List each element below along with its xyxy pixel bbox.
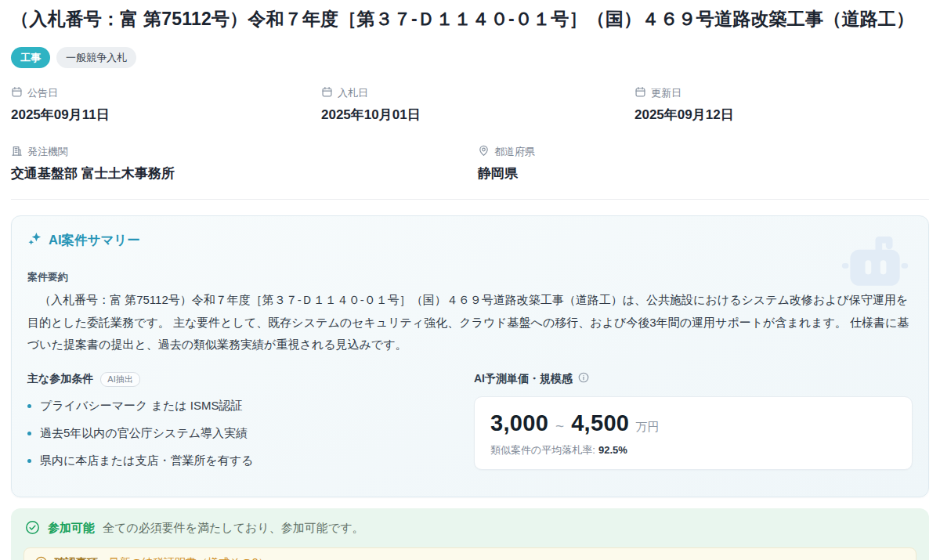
meta-field-prefecture: 都道府県 静岡県 — [478, 145, 929, 182]
note-label: 確認事項: — [54, 556, 102, 560]
estimate-label: AI予測単価・規模感 — [474, 372, 573, 386]
note-text: 最新の納税証明書（様式その3） — [109, 556, 269, 560]
bid-detail-page: （入札番号：富 第75112号）令和７年度［第３７-Ｄ１１４０-０１号］（国）４… — [0, 0, 940, 560]
info-icon — [35, 556, 47, 560]
meta-field-bid-date: 入札日 2025年10月01日 — [321, 86, 634, 124]
meta-row-org: 発注機関 交通基盤部 富士土木事務所 都道府県 静岡県 — [11, 145, 929, 182]
meta-label: 更新日 — [651, 86, 682, 100]
ai-summary-card: AI案件サマリー 案件要約 （入札番号：富 第75112号）令和７年度［第３７-… — [11, 215, 929, 497]
calendar-icon — [11, 86, 23, 100]
info-icon[interactable] — [578, 372, 589, 386]
badge-row: 工事 一般競争入札 — [11, 47, 929, 68]
confirmation-note: 確認事項: 最新の納税証明書（様式その3） — [24, 547, 916, 560]
estimate-separator: ~ — [555, 417, 564, 435]
eligibility-banner: 参加可能 全ての必須要件を満たしており、参加可能です。 確認事項: 最新の納税証… — [11, 508, 929, 560]
meta-value: 2025年09月12日 — [634, 106, 929, 124]
estimate-max: 4,500 — [571, 410, 629, 436]
bullet-dot-icon — [27, 432, 31, 435]
building-icon — [11, 145, 23, 159]
ai-summary-header: AI案件サマリー — [27, 231, 913, 249]
meta-field-announce-date: 公告日 2025年09月11日 — [11, 86, 321, 124]
summary-paragraph: （入札番号：富 第75112号）令和７年度［第３７-Ｄ１１４０-０１号］（国）４… — [27, 289, 913, 356]
win-rate-value: 92.5% — [598, 444, 627, 456]
page-title: （入札番号：富 第75112号）令和７年度［第３７-Ｄ１１４０-０１号］（国）４… — [11, 7, 929, 31]
section-divider — [11, 199, 929, 200]
ai-summary-title: AI案件サマリー — [49, 232, 140, 249]
location-pin-icon — [478, 145, 490, 159]
estimate-box: 3,000 ~ 4,500 万円 類似案件の平均落札率:92.5% — [474, 396, 913, 470]
robot-icon — [837, 227, 913, 302]
meta-value: 静岡県 — [478, 164, 929, 182]
conditions-label: 主な参加条件 — [27, 372, 93, 386]
bullet-dot-icon — [27, 459, 31, 463]
meta-label: 都道府県 — [494, 145, 535, 159]
participation-conditions: 主な参加条件 AI抽出 プライバシーマーク または ISMS認証 過去5年以内の… — [27, 372, 474, 481]
estimate-min: 3,000 — [490, 410, 548, 436]
meta-label: 公告日 — [27, 86, 58, 100]
check-circle-icon — [25, 520, 40, 537]
ai-extracted-badge: AI抽出 — [100, 372, 139, 387]
meta-value: 交通基盤部 富士土木事務所 — [11, 164, 478, 182]
estimate-unit: 万円 — [635, 420, 659, 435]
meta-field-agency: 発注機関 交通基盤部 富士土木事務所 — [11, 145, 478, 182]
calendar-icon — [634, 86, 646, 100]
meta-value: 2025年09月11日 — [11, 106, 321, 124]
meta-field-update-date: 更新日 2025年09月12日 — [634, 86, 929, 124]
eligibility-status-row: 参加可能 全ての必須要件を満たしており、参加可能です。 — [24, 520, 916, 537]
list-item: 県内に本店または支店・営業所を有する — [27, 453, 455, 468]
status-badge: 参加可能 — [48, 521, 95, 536]
ai-detail-columns: 主な参加条件 AI抽出 プライバシーマーク または ISMS認証 過去5年以内の… — [27, 372, 913, 481]
category-badge: 工事 — [11, 47, 50, 68]
sparkles-icon — [27, 231, 42, 249]
list-item: 過去5年以内の官公庁システム導入実績 — [27, 426, 455, 441]
summary-section-label: 案件要約 — [27, 270, 913, 284]
bid-method-badge: 一般競争入札 — [56, 47, 136, 68]
meta-label: 入札日 — [338, 86, 368, 100]
conditions-list: プライバシーマーク または ISMS認証 過去5年以内の官公庁システム導入実績 … — [27, 399, 455, 468]
list-item: プライバシーマーク または ISMS認証 — [27, 399, 455, 414]
meta-label: 発注機関 — [27, 145, 68, 159]
status-message: 全ての必須要件を満たしており、参加可能です。 — [103, 521, 364, 536]
win-rate-label: 類似案件の平均落札率: — [490, 444, 595, 456]
price-estimate: AI予測単価・規模感 3,000 ~ 4,500 万円 類似案件の平均落札率:9… — [474, 372, 913, 481]
bullet-dot-icon — [27, 404, 31, 408]
meta-row-dates: 公告日 2025年09月11日 入札日 2025年10月01日 更新日 2025… — [11, 86, 929, 124]
meta-value: 2025年10月01日 — [321, 106, 634, 124]
calendar-icon — [321, 86, 333, 100]
